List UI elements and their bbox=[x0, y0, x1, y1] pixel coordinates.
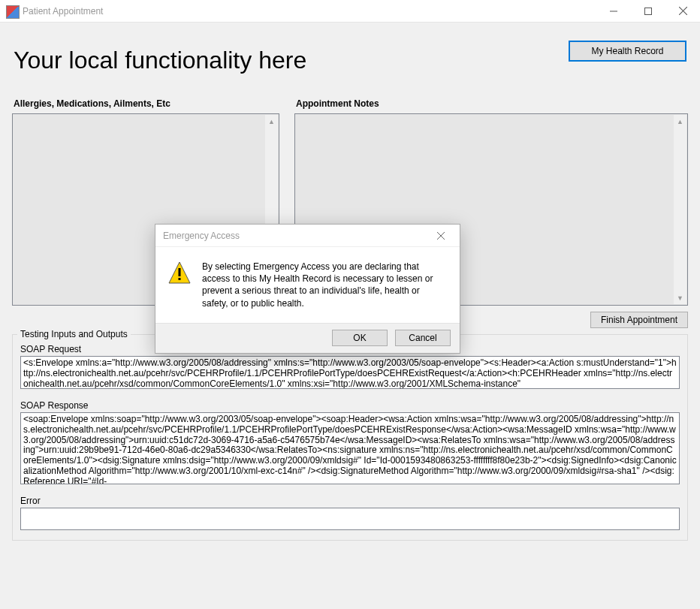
soap-request-textarea[interactable] bbox=[20, 356, 680, 389]
scroll-down-icon[interactable]: ▼ bbox=[674, 291, 686, 304]
maximize-icon bbox=[644, 8, 652, 15]
finish-appointment-label: Finish Appointment bbox=[601, 315, 677, 325]
svg-rect-7 bbox=[179, 268, 181, 276]
close-button[interactable] bbox=[665, 0, 700, 23]
testing-group-title: Testing Inputs and Outputs bbox=[17, 329, 131, 339]
scroll-up-icon[interactable]: ▲ bbox=[674, 115, 686, 128]
error-label: Error bbox=[20, 496, 680, 506]
soap-response-textarea[interactable] bbox=[20, 412, 680, 484]
dialog-footer: OK Cancel bbox=[155, 323, 460, 353]
svg-rect-1 bbox=[645, 8, 652, 14]
window-title: Patient Appointment bbox=[23, 6, 103, 17]
my-health-record-button[interactable]: My Health Record bbox=[569, 41, 686, 62]
warning-icon bbox=[167, 261, 192, 285]
allergies-section-label: Allergies, Medications, Ailments, Etc bbox=[14, 98, 279, 109]
notes-section-label: Appointment Notes bbox=[296, 98, 688, 109]
dialog-body-text: By selecting Emergency Access you are de… bbox=[202, 261, 448, 309]
window-titlebar: Patient Appointment bbox=[0, 0, 700, 23]
maximize-button[interactable] bbox=[631, 0, 665, 23]
cancel-button[interactable]: Cancel bbox=[395, 330, 451, 346]
svg-rect-8 bbox=[179, 278, 181, 280]
soap-response-label: SOAP Response bbox=[20, 400, 680, 411]
scroll-up-icon[interactable]: ▲ bbox=[265, 115, 278, 128]
my-health-record-label: My Health Record bbox=[591, 46, 663, 56]
cancel-button-label: Cancel bbox=[409, 333, 436, 343]
dialog-close-button[interactable] bbox=[430, 225, 452, 247]
error-textarea[interactable] bbox=[20, 508, 680, 530]
minimize-icon bbox=[610, 8, 617, 15]
minimize-button[interactable] bbox=[596, 0, 631, 23]
testing-group: Testing Inputs and Outputs SOAP Request … bbox=[12, 334, 688, 541]
dialog-title: Emergency Access bbox=[163, 231, 240, 241]
notes-scrollbar[interactable]: ▲ ▼ bbox=[674, 115, 686, 304]
ok-button-label: OK bbox=[353, 333, 366, 343]
app-icon bbox=[6, 5, 18, 17]
close-icon bbox=[679, 7, 687, 15]
emergency-access-dialog: Emergency Access By selecting Emergency … bbox=[155, 224, 460, 354]
finish-appointment-button[interactable]: Finish Appointment bbox=[590, 312, 688, 328]
dialog-titlebar: Emergency Access bbox=[155, 225, 460, 247]
close-icon bbox=[437, 232, 445, 240]
ok-button[interactable]: OK bbox=[332, 330, 388, 346]
